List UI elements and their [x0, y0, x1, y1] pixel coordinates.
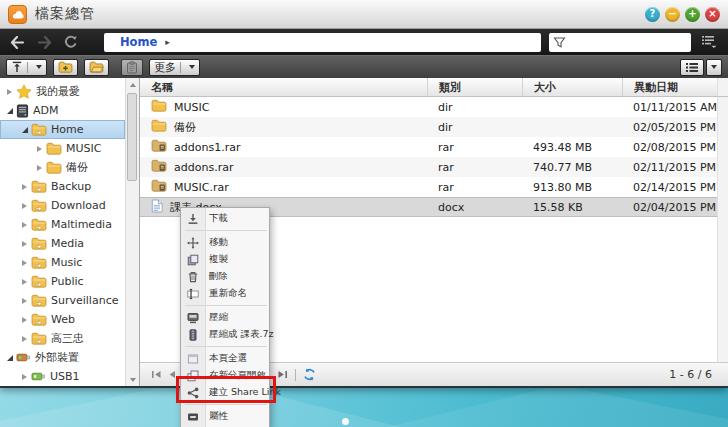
sidebar-scrollbar-thumb[interactable]: [127, 93, 137, 181]
column-header-date[interactable]: 異動日期: [622, 78, 717, 96]
tree-expand-icon[interactable]: [19, 184, 30, 190]
sidebar-item[interactable]: Media: [0, 234, 125, 253]
refresh-list-icon[interactable]: [301, 367, 317, 383]
tree-expand-icon[interactable]: [19, 374, 30, 380]
file-size: 493.48 MB: [522, 141, 622, 154]
tree-expand-icon[interactable]: [19, 279, 30, 285]
sidebar-item[interactable]: Backup: [0, 177, 125, 196]
context-menu-item[interactable]: 刪除: [181, 268, 269, 285]
context-menu-item[interactable]: 本頁全選: [181, 350, 269, 367]
sidebar-item[interactable]: USB1: [0, 367, 125, 386]
last-page-icon[interactable]: [274, 367, 290, 383]
file-name-cell: addons.rar: [140, 159, 427, 175]
sidebar-item[interactable]: 高三忠: [0, 329, 125, 348]
sidebar-item-label: Media: [51, 237, 84, 250]
shared-folder-icon: [31, 218, 47, 231]
file-name-cell: MUSIC: [140, 99, 427, 115]
tree-collapse-icon[interactable]: [4, 108, 15, 114]
tree-expand-icon[interactable]: [34, 146, 45, 152]
context-menu-item[interactable]: 壓縮: [181, 309, 269, 326]
sidebar-item[interactable]: Home: [0, 120, 125, 139]
sidebar-item[interactable]: Music: [0, 253, 125, 272]
column-header-name[interactable]: 名稱: [140, 78, 427, 96]
tree-expand-icon[interactable]: [19, 260, 30, 266]
file-explorer-window: 檔案總管 ? − + × Home ▸: [0, 0, 728, 388]
refresh-icon[interactable]: [64, 35, 78, 49]
forward-icon[interactable]: [37, 36, 52, 49]
sidebar-item[interactable]: 我的最愛: [0, 82, 125, 101]
view-mode-button[interactable]: [680, 59, 704, 76]
tree-collapse-icon[interactable]: [19, 127, 30, 133]
tree-expand-icon[interactable]: [19, 222, 30, 228]
list-settings-icon[interactable]: [701, 35, 717, 49]
filter-field[interactable]: [549, 33, 691, 52]
sidebar-item-label: 高三忠: [51, 331, 84, 346]
file-row[interactable]: MUSICdir01/11/2015 AM 12:14: [140, 97, 728, 117]
sidebar-item[interactable]: 外部裝置: [0, 348, 125, 367]
context-menu-item[interactable]: 下載: [181, 210, 269, 227]
file-row[interactable]: addons1.rarrar493.48 MB02/08/2015 PM 08:…: [140, 137, 728, 157]
view-mode-caret-icon: [711, 65, 717, 69]
filter-input[interactable]: [566, 34, 712, 51]
tree-expand-icon[interactable]: [19, 336, 30, 342]
tree-collapse-icon[interactable]: [4, 355, 15, 361]
file-list-header: 名稱 類別 大小 異動日期: [140, 78, 728, 97]
minimize-button[interactable]: −: [665, 7, 680, 22]
view-mode-dropdown-button[interactable]: [706, 59, 722, 76]
sidebar-item-label: Music: [51, 256, 82, 269]
sidebar-item[interactable]: Surveillance: [0, 291, 125, 310]
context-menu-item[interactable]: 重新命名: [181, 285, 269, 302]
sidebar-item[interactable]: Maltimedia: [0, 215, 125, 234]
new-folder-button[interactable]: [53, 59, 78, 76]
tree-expand-icon[interactable]: [34, 165, 45, 171]
file-name: addons.rar: [174, 161, 233, 174]
close-button[interactable]: ×: [705, 7, 720, 22]
share-link-highlight-box: [176, 376, 276, 403]
shared-folder-icon: [31, 199, 47, 212]
context-menu-item[interactable]: 壓縮成 課表.7z: [181, 326, 269, 343]
context-menu-item[interactable]: 屬性: [181, 408, 269, 425]
sidebar-item[interactable]: Web: [0, 310, 125, 329]
file-row[interactable]: MUSIC.rarrar913.80 MB02/14/2015 PM 02:14: [140, 177, 728, 197]
tree-expand-icon[interactable]: [19, 203, 30, 209]
file-name-cell: MUSIC.rar: [140, 179, 427, 195]
upload-icon: [11, 61, 23, 73]
sidebar-item[interactable]: 備份: [0, 158, 125, 177]
more-caret-icon[interactable]: [189, 65, 195, 69]
more-button[interactable]: 更多: [149, 59, 200, 76]
context-menu-item[interactable]: 移動: [181, 234, 269, 251]
tree-expand-icon[interactable]: [19, 317, 30, 323]
toolbar: 更多: [0, 55, 728, 78]
column-header-type[interactable]: 類別: [427, 78, 522, 96]
scroll-down-icon[interactable]: [126, 373, 139, 386]
open-folder-button[interactable]: [84, 59, 109, 76]
sidebar-item[interactable]: ADM: [0, 101, 125, 120]
shared-folder-icon: [31, 275, 47, 288]
help-button[interactable]: ?: [645, 7, 660, 22]
breadcrumb-home-link[interactable]: Home: [120, 35, 157, 49]
sidebar-item[interactable]: Download: [0, 196, 125, 215]
tree-expand-icon[interactable]: [4, 89, 15, 95]
context-menu-item-label: 移動: [205, 236, 228, 249]
list-view-icon: [685, 62, 699, 73]
app-icon: [8, 5, 27, 24]
sidebar-item[interactable]: MUSIC: [0, 139, 125, 158]
tree-expand-icon[interactable]: [19, 241, 30, 247]
file-date: 02/04/2015 PM 09:15: [622, 201, 717, 214]
column-header-size[interactable]: 大小: [522, 78, 622, 96]
file-row[interactable]: 備份dir02/05/2015 PM 11:44: [140, 117, 728, 137]
file-row[interactable]: addons.rarrar740.77 MB02/11/2015 PM 07:0…: [140, 157, 728, 177]
upload-caret-icon[interactable]: [36, 65, 42, 69]
back-icon[interactable]: [10, 36, 25, 49]
paste-button[interactable]: [121, 59, 143, 76]
context-menu-item[interactable]: 複製: [181, 251, 269, 268]
sidebar-item-label: Backup: [51, 180, 91, 193]
maximize-button[interactable]: +: [685, 7, 700, 22]
scroll-up-icon[interactable]: [126, 78, 139, 91]
first-page-icon[interactable]: [148, 367, 164, 383]
sidebar-item[interactable]: Public: [0, 272, 125, 291]
star-icon: [16, 84, 32, 99]
tree-expand-icon[interactable]: [19, 298, 30, 304]
upload-button[interactable]: [6, 59, 47, 76]
compress-icon: [181, 312, 205, 324]
